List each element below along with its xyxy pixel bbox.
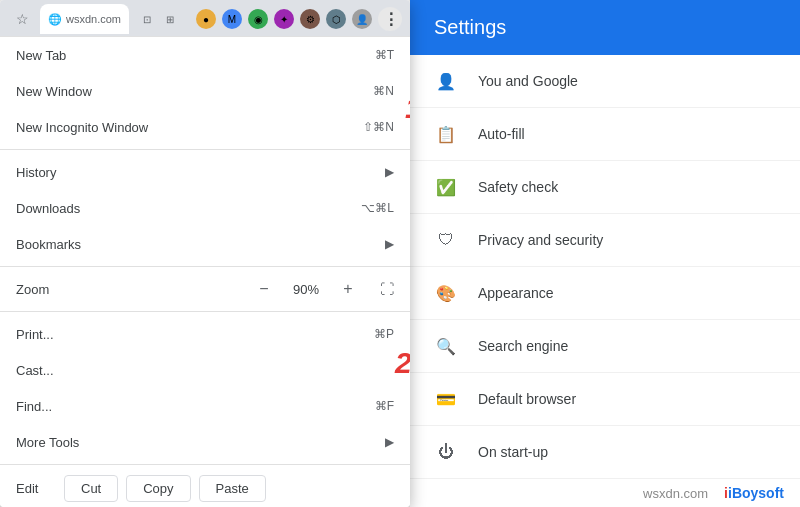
divider-4 bbox=[0, 464, 410, 465]
divider-3 bbox=[0, 311, 410, 312]
menu-print[interactable]: Print... ⌘P bbox=[0, 316, 410, 352]
menu-cast[interactable]: Cast... 2. bbox=[0, 352, 410, 388]
zoom-out-button[interactable]: − bbox=[252, 277, 276, 301]
zoom-in-button[interactable]: + bbox=[336, 277, 360, 301]
startup-icon: ⏻ bbox=[434, 440, 458, 464]
tab-icon-2[interactable]: ⊞ bbox=[160, 9, 180, 29]
zoom-row: Zoom − 90% + ⛶ bbox=[0, 271, 410, 307]
tab-icon-1[interactable]: ⊡ bbox=[137, 9, 157, 29]
settings-privacy[interactable]: 🛡 Privacy and security bbox=[410, 214, 800, 267]
zoom-controls: − 90% + ⛶ bbox=[252, 277, 394, 301]
copy-button[interactable]: Copy bbox=[126, 475, 190, 502]
you-google-icon: 👤 bbox=[434, 69, 458, 93]
menu-new-tab[interactable]: New Tab ⌘T bbox=[0, 37, 410, 73]
edit-row: Edit Cut Copy Paste bbox=[0, 469, 410, 507]
three-dots-menu[interactable]: ⋮ 1. bbox=[378, 7, 402, 31]
settings-default-browser[interactable]: 💳 Default browser bbox=[410, 373, 800, 426]
menu-find[interactable]: Find... ⌘F bbox=[0, 388, 410, 424]
menu-bookmarks[interactable]: Bookmarks ▶ bbox=[0, 226, 410, 262]
settings-autofill[interactable]: 📋 Auto-fill bbox=[410, 108, 800, 161]
appearance-icon: 🎨 bbox=[434, 281, 458, 305]
default-browser-icon: 💳 bbox=[434, 387, 458, 411]
search-engine-icon: 🔍 bbox=[434, 334, 458, 358]
ext-icon-green: ◉ bbox=[248, 9, 268, 29]
iboysoft-brand: iiBoysoft bbox=[724, 485, 784, 501]
chrome-menu: ☆ 🌐 wsxdn.com ⊡ ⊞ ● M ◉ ✦ ⚙ ⬡ 👤 ⋮ 1. ↑ bbox=[0, 0, 410, 507]
ext-icon-brown: ⚙ bbox=[300, 9, 320, 29]
safety-icon: ✅ bbox=[434, 175, 458, 199]
tab-bar: ☆ 🌐 wsxdn.com ⊡ ⊞ ● M ◉ ✦ ⚙ ⬡ 👤 ⋮ 1. bbox=[0, 0, 410, 38]
menu-overlay: ↑ New Tab ⌘T New Window ⌘N New Incognito… bbox=[0, 36, 410, 507]
divider-1 bbox=[0, 149, 410, 150]
settings-search[interactable]: 🔍 Search engine bbox=[410, 320, 800, 373]
ext-icon-1: ● bbox=[196, 9, 216, 29]
settings-safety[interactable]: ✅ Safety check bbox=[410, 161, 800, 214]
paste-button[interactable]: Paste bbox=[199, 475, 266, 502]
menu-new-window[interactable]: New Window ⌘N bbox=[0, 73, 410, 109]
brand-area: wsxdn.com iiBoysoft bbox=[410, 481, 800, 507]
privacy-icon: 🛡 bbox=[434, 228, 458, 252]
menu-history[interactable]: History ▶ bbox=[0, 154, 410, 190]
step2-label: 2. bbox=[395, 346, 410, 380]
settings-you-google[interactable]: 👤 You and Google bbox=[410, 55, 800, 108]
menu-new-incognito[interactable]: New Incognito Window ⇧⌘N 1. bbox=[0, 109, 410, 145]
ext-icon-gmail: M bbox=[222, 9, 242, 29]
settings-panel: Settings 👤 You and Google 📋 Auto-fill ✅ … bbox=[410, 0, 800, 507]
cut-button[interactable]: Cut bbox=[64, 475, 118, 502]
settings-header: Settings bbox=[410, 0, 800, 55]
menu-more-tools[interactable]: More Tools ▶ bbox=[0, 424, 410, 460]
divider-2 bbox=[0, 266, 410, 267]
menu-downloads[interactable]: Downloads ⌥⌘L bbox=[0, 190, 410, 226]
ext-icon-grey: ⬡ bbox=[326, 9, 346, 29]
settings-list: 👤 You and Google 📋 Auto-fill ✅ Safety ch… bbox=[410, 55, 800, 481]
settings-startup[interactable]: ⏻ On start-up bbox=[410, 426, 800, 479]
ext-icon-purple: ✦ bbox=[274, 9, 294, 29]
settings-appearance[interactable]: 🎨 Appearance bbox=[410, 267, 800, 320]
browser-tab[interactable]: 🌐 wsxdn.com bbox=[40, 4, 129, 34]
star-icon: ☆ bbox=[8, 5, 36, 33]
autofill-icon: 📋 bbox=[434, 122, 458, 146]
account-avatar: 👤 bbox=[352, 9, 372, 29]
